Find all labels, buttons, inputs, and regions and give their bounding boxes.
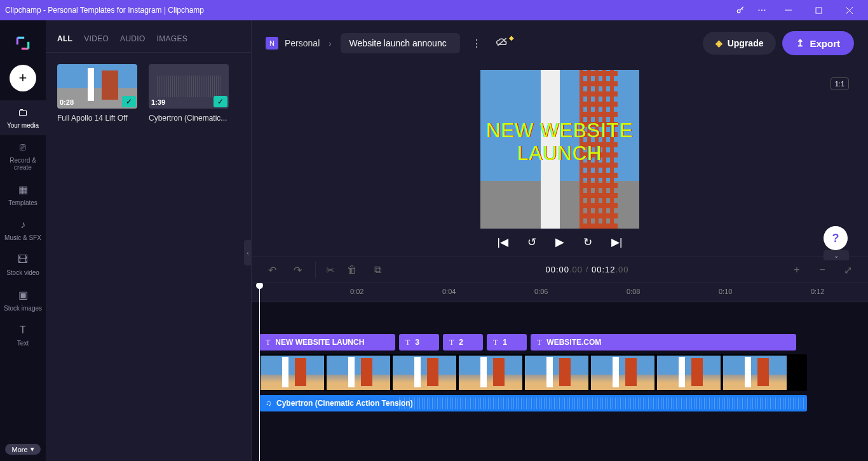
more-label: More [11,446,27,453]
media-item[interactable]: 0:28 ✓ Full Apollo 14 Lift Off [57,64,137,123]
help-button[interactable]: ? [824,226,848,250]
clip-label: Cybertron (Cinematic Action Tension) [276,399,413,408]
media-thumbnail[interactable]: 0:28 ✓ [57,64,137,109]
folder-icon: 🗀 [18,107,28,118]
check-icon: ✓ [122,96,136,107]
expand-timeline-button[interactable]: ⌄ [824,250,849,260]
rewind-button[interactable]: ↺ [527,236,536,249]
minimize-button[interactable] [774,0,802,20]
media-item[interactable]: 1:39 ✓ Cybertron (Cinematic... [149,64,229,123]
rail-label: Templates [8,199,37,206]
rail-templates[interactable]: ▦Templates [0,177,46,213]
window-title: Clipchamp - Personal Templates for Insta… [5,6,204,15]
fit-timeline-button[interactable]: ⤢ [836,260,859,279]
text-icon: T [405,338,410,347]
delete-button[interactable]: 🗑 [341,260,363,279]
project-name-input[interactable]: Website launch announc [341,33,460,53]
clip-label: 2 [459,338,463,347]
timeline-ruler[interactable]: 0:02 0:04 0:06 0:08 0:10 0:12 [252,283,868,302]
check-icon: ✓ [214,96,227,107]
svg-point-0 [737,10,740,13]
zoom-in-button[interactable]: + [785,260,808,279]
duration-label: 1:39 [151,98,165,106]
rail-label: Music & SFX [4,234,41,241]
ellipsis-icon[interactable]: ··· [752,0,771,20]
film-icon: 🎞 [18,254,28,265]
breadcrumb[interactable]: N Personal › [266,37,334,50]
duration-label: 0:28 [60,98,74,106]
clip-label: 1 [503,338,507,347]
export-button[interactable]: ↥Export [782,31,854,55]
sync-status-icon[interactable]: ◆ [493,37,511,50]
audio-clip[interactable]: ♫ Cybertron (Cinematic Action Tension) [259,395,807,411]
rail-record-create[interactable]: ⎚Record & create [0,135,46,177]
split-button[interactable]: ✂ [315,260,338,279]
chevron-down-icon: ▾ [31,445,34,453]
tab-images[interactable]: IMAGES [157,34,187,43]
chevron-right-icon: › [326,39,334,48]
rail-your-media[interactable]: 🗀Your media [0,100,46,135]
text-clip[interactable]: T1 [487,334,527,351]
clip-label: NEW WEBSITE LAUNCH [275,338,364,347]
image-icon: ▣ [18,289,28,301]
skip-end-button[interactable]: ▶| [611,236,622,249]
text-icon: T [449,338,454,347]
media-thumbnail[interactable]: 1:39 ✓ [149,64,229,109]
text-icon: T [537,338,541,347]
tab-all[interactable]: ALL [57,34,72,43]
timeline[interactable]: 0:02 0:04 0:06 0:08 0:10 0:12 TNEW WEBSI… [252,283,868,461]
collapse-panel-button[interactable]: ‹ [244,240,252,265]
music-note-icon: ♫ [266,399,271,408]
rail-music-sfx[interactable]: ♪Music & SFX [0,213,46,248]
rail-label: Stock video [6,269,39,276]
text-clip[interactable]: T2 [443,334,483,351]
export-label: Export [810,38,840,49]
svg-rect-2 [816,8,822,13]
media-panel: ALL VIDEO AUDIO IMAGES 0:28 ✓ Full Apoll… [46,20,252,461]
ruler-mark: 0:02 [350,288,363,295]
text-icon: T [266,338,270,347]
text-clip[interactable]: TWEBSITE.COM [531,334,796,351]
rail-stock-video[interactable]: 🎞Stock video [0,248,46,283]
gem-icon: ◈ [715,38,722,48]
forward-button[interactable]: ↻ [583,236,592,249]
waveform-icon [157,76,220,97]
app-logo[interactable] [0,25,46,61]
project-menu-button[interactable]: ⋮ [466,37,487,50]
redo-button[interactable]: ↷ [286,260,309,279]
rail-text[interactable]: TText [0,318,46,353]
close-button[interactable] [835,0,863,20]
tab-audio[interactable]: AUDIO [120,34,146,43]
timecode-display: 00:00.00 / 00:12.00 [391,265,783,275]
zoom-out-button[interactable]: − [811,260,834,279]
ruler-mark: 0:10 [719,288,732,295]
text-icon: T [20,324,26,336]
playhead[interactable] [259,283,260,461]
clip-label: WEBSITE.COM [546,338,601,347]
video-clip[interactable] [259,354,807,391]
left-rail: + 🗀Your media ⎚Record & create ▦Template… [0,20,46,461]
upgrade-button[interactable]: ◈Upgrade [703,32,776,55]
text-icon: T [493,338,498,347]
sparkle-icon: ◆ [509,34,514,41]
skip-start-button[interactable]: |◀ [498,236,508,249]
play-button[interactable]: ▶ [555,235,564,249]
templates-icon: ▦ [18,184,28,196]
add-media-button[interactable]: + [10,65,36,91]
camera-icon: ⎚ [20,142,26,153]
maximize-button[interactable] [804,0,832,20]
text-clip[interactable]: TNEW WEBSITE LAUNCH [259,334,395,351]
more-button[interactable]: More▾ [5,444,40,455]
preview-canvas[interactable]: NEW WEBSITE LAUNCH [480,70,639,229]
preview-text-overlay: NEW WEBSITE LAUNCH [480,119,639,164]
tab-video[interactable]: VIDEO [84,34,109,43]
rail-label: Your media [7,122,39,129]
rail-stock-images[interactable]: ▣Stock images [0,283,46,318]
key-icon[interactable] [731,0,750,20]
undo-button[interactable]: ↶ [261,260,283,279]
text-clip[interactable]: T3 [399,334,439,351]
media-name: Full Apollo 14 Lift Off [57,114,137,123]
aspect-ratio-button[interactable]: 1:1 [831,77,849,90]
duplicate-button[interactable]: ⧉ [366,260,389,279]
rail-label: Text [17,340,29,347]
